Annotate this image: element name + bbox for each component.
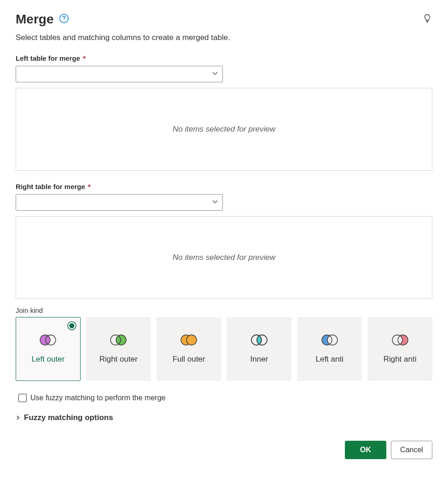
venn-left-outer-icon — [38, 334, 58, 348]
dialog-subtitle: Select tables and matching columns to cr… — [16, 33, 432, 42]
join-card-full-outer[interactable]: Full outer — [157, 317, 221, 381]
right-table-section: Right table for merge * No items selecte… — [16, 183, 432, 299]
left-table-label-text: Left table for merge — [16, 54, 80, 62]
join-kind-label: Join kind — [16, 306, 432, 314]
join-card-right-outer[interactable]: Right outer — [86, 317, 151, 381]
radio-selected-icon — [67, 321, 76, 330]
help-icon[interactable] — [59, 13, 69, 25]
svg-point-3 — [69, 323, 74, 328]
cancel-button[interactable]: Cancel — [391, 441, 432, 459]
join-name-left-outer: Left outer — [32, 355, 65, 364]
left-table-section: Left table for merge * No items selected… — [16, 54, 432, 171]
ok-button[interactable]: OK — [345, 441, 386, 459]
merge-dialog: Merge Select tables and matching columns… — [0, 0, 448, 475]
dialog-title: Merge — [16, 12, 53, 27]
dialog-header: Merge — [16, 12, 432, 27]
join-card-left-anti[interactable]: Left anti — [297, 317, 362, 381]
right-table-label-text: Right table for merge — [16, 183, 85, 190]
venn-inner-icon — [249, 334, 269, 348]
right-table-label: Right table for merge * — [16, 183, 432, 190]
chevron-down-icon — [211, 198, 219, 207]
svg-point-6 — [116, 335, 126, 345]
right-preview-empty-text: No items selected for preview — [173, 253, 275, 262]
bulb-icon[interactable] — [422, 13, 432, 25]
fuzzy-matching-checkbox[interactable] — [18, 394, 27, 402]
join-name-full-outer: Full outer — [173, 355, 205, 364]
fuzzy-checkbox-label: Use fuzzy matching to perform the merge — [30, 394, 165, 402]
title-wrap: Merge — [16, 12, 69, 27]
join-name-inner: Inner — [250, 355, 268, 364]
join-name-right-outer: Right outer — [99, 355, 138, 364]
svg-point-1 — [64, 20, 65, 21]
join-kind-grid: Left outer Right outer Full outer — [16, 317, 432, 381]
left-preview-empty-text: No items selected for preview — [173, 125, 275, 134]
join-name-right-anti: Right anti — [384, 355, 417, 364]
fuzzy-options-label: Fuzzy matching options — [24, 413, 113, 422]
join-card-left-outer[interactable]: Left outer — [16, 317, 81, 381]
right-table-dropdown[interactable] — [16, 194, 223, 211]
fuzzy-options-expander[interactable]: Fuzzy matching options — [16, 413, 432, 422]
left-table-dropdown[interactable] — [16, 66, 223, 82]
left-table-label: Left table for merge * — [16, 54, 432, 62]
left-table-required: * — [83, 54, 86, 62]
right-table-preview: No items selected for preview — [16, 216, 432, 299]
venn-full-outer-icon — [179, 334, 199, 348]
venn-right-anti-icon — [390, 334, 410, 348]
svg-point-4 — [40, 335, 50, 345]
join-name-left-anti: Left anti — [315, 355, 343, 364]
right-table-required: * — [88, 183, 91, 190]
dialog-footer: OK Cancel — [16, 441, 432, 459]
chevron-right-icon — [16, 414, 20, 422]
join-card-right-anti[interactable]: Right anti — [367, 317, 432, 381]
venn-left-anti-icon — [320, 334, 340, 348]
left-table-preview: No items selected for preview — [16, 88, 432, 171]
join-card-inner[interactable]: Inner — [227, 317, 291, 381]
chevron-down-icon — [211, 69, 219, 79]
fuzzy-checkbox-row: Use fuzzy matching to perform the merge — [18, 394, 432, 402]
venn-right-outer-icon — [108, 334, 128, 348]
svg-point-9 — [186, 335, 197, 345]
